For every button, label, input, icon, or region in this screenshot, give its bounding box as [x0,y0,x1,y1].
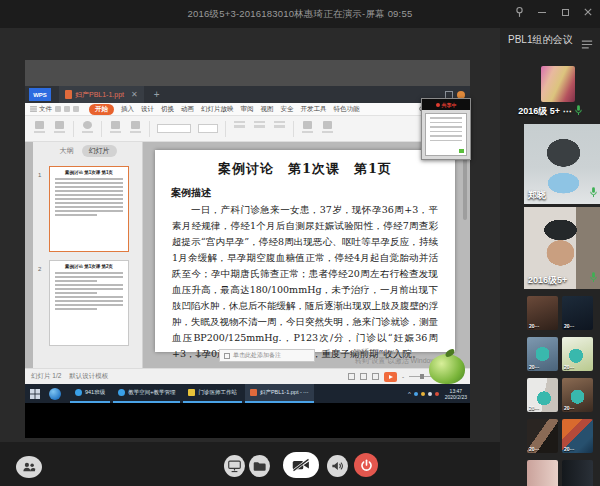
participant-tile[interactable]: 20⋯ [562,419,593,453]
participant-tile[interactable]: 20⋯ [562,296,593,330]
ribbon-tab-devtools[interactable]: 开发工具 [301,105,327,114]
tray-icon[interactable] [414,392,418,396]
preview-apple-dot [459,149,464,153]
file-menu[interactable]: 文件 [30,105,52,114]
normal-view-icon[interactable] [348,373,355,380]
letterbox [25,403,470,438]
taskbar-app-2[interactable]: 教学空间+教学管理 [113,384,180,403]
taskbar-apps: 941班级 教学空间+教学管理 门诊医师工作站 妇产PBL1-1.ppt - ⋯ [70,384,314,403]
slide-indicator: 幻灯片 1/2 [31,372,61,381]
notes-field[interactable]: 单击此处添加备注 [219,349,315,362]
document-tab[interactable]: 妇产PBL1-1.ppt ✕ [59,86,144,103]
ribbon-tab-features[interactable]: 特色功能 [334,105,360,114]
participant-tile[interactable] [562,460,593,486]
participant-tile[interactable]: 20⋯ [562,378,593,412]
alignment-group[interactable] [253,121,266,137]
cut-copy-button[interactable] [53,121,66,137]
participant-name: 20⋯ [529,405,540,411]
slide-thumbnail-2[interactable]: 案例讨论 第1次课 第2页 [49,260,129,346]
thumb-text-line [55,182,123,184]
zoom-out-button[interactable]: - [402,373,404,380]
redo-icon[interactable] [73,106,79,112]
meeting-control-bar [0,442,500,486]
toolbar-divider [293,121,294,137]
ribbon-tab-animation[interactable]: 动画 [181,105,194,114]
tray-expand-icon[interactable]: ^ [408,391,411,397]
participant-tile[interactable]: 20⋯ [527,419,558,453]
tray-icon[interactable] [421,392,425,396]
ribbon-tab-review[interactable]: 审阅 [241,105,254,114]
participant-list-icon[interactable] [581,35,593,53]
tab-close-icon[interactable]: ✕ [131,90,138,99]
start-button[interactable] [30,389,40,399]
windows-taskbar: 941班级 教学空间+教学管理 门诊医师工作站 妇产PBL1-1.ppt - ⋯… [25,384,470,403]
taskbar-app-1[interactable]: 941班级 [70,384,110,403]
template-name: 默认设计模板 [69,372,108,381]
ribbon-tab-slideshow[interactable]: 幻灯片放映 [201,105,234,114]
sorter-view-icon[interactable] [360,373,367,380]
minimize-button[interactable] [536,6,548,18]
new-slide-button[interactable] [109,121,122,137]
paste-button[interactable] [33,121,46,137]
taskbar-app-4[interactable]: 妇产PBL1-1.ppt - ⋯ [245,384,314,403]
canvas-scrollbar[interactable] [463,150,467,220]
play-slideshow-button[interactable] [384,372,397,382]
close-button[interactable] [582,6,594,18]
camera-off-button[interactable] [283,452,319,478]
participant-tile[interactable]: 20⋯ [562,337,593,371]
documents-button[interactable] [249,455,270,477]
wps-tab-bar: WPS 妇产PBL1-1.ppt ✕ + [25,86,470,103]
slide-page[interactable]: 案例讨论 第1次课 第1页 案例描述 一日，产科门诊急来一女患，37岁，现怀孕3… [155,150,455,352]
list-group[interactable] [273,121,286,137]
participant-tile[interactable] [527,460,558,486]
share-preview-window[interactable]: 共享中 [421,98,471,160]
slide-thumbnail-1[interactable]: 案例讨论 第1次课 第1页 [49,166,129,252]
taskbar-app-3[interactable]: 门诊医师工作站 [183,384,242,403]
participant-video-tile[interactable]: 郑晓 [524,124,600,204]
participant-video-tile[interactable]: 2016级5+ [524,207,600,289]
share-screen-button[interactable] [224,455,245,477]
slides-tab[interactable]: 幻灯片 [82,145,117,157]
ribbon-tab-transition[interactable]: 切换 [161,105,174,114]
new-tab-button[interactable]: + [154,89,160,100]
maximize-button[interactable] [559,6,571,18]
participant-avatar[interactable] [541,66,575,102]
reading-view-icon[interactable] [372,373,379,380]
ribbon-tab-insert[interactable]: 插入 [121,105,134,114]
add-slide-button[interactable]: + [195,349,201,361]
save-icon[interactable] [55,106,61,112]
layout-button[interactable] [129,121,142,137]
bold-italic-group[interactable] [233,121,246,137]
fill-button[interactable] [321,121,334,137]
thumb-text-line [55,198,123,200]
shape-button[interactable] [301,121,314,137]
members-button[interactable] [16,456,42,478]
ribbon-tab-design[interactable]: 设计 [141,105,154,114]
participant-row[interactable]: 2016级 5+ ⋯ [500,104,600,118]
ribbon-tab-security[interactable]: 安全 [281,105,294,114]
participant-tile[interactable]: 20⋯ [527,378,558,412]
font-size-dropdown[interactable] [198,124,218,133]
ribbon-tab-view[interactable]: 视图 [261,105,274,114]
tray-icon[interactable] [435,392,439,396]
tray-icon[interactable] [428,392,432,396]
taskbar-clock[interactable]: 13:47 2020/2/23 [445,388,467,400]
thumb-text-line [55,292,97,294]
wps-status-bar: 幻灯片 1/2 默认设计模板 - + 75% [25,368,470,384]
taskbar-app-label: 941班级 [85,389,105,396]
speaker-button[interactable] [327,455,348,477]
thumb-text-line [55,308,97,310]
leave-meeting-button[interactable] [354,453,378,477]
thumb-text-line [55,300,123,302]
participant-tile[interactable]: 20⋯ [527,337,558,371]
participant-tile[interactable]: 20⋯ [527,296,558,330]
font-name-dropdown[interactable] [157,124,191,133]
participant-name: 20⋯ [564,364,575,370]
undo-icon[interactable] [64,106,70,112]
outline-tab[interactable]: 大纲 [60,146,74,156]
ribbon-tab-home[interactable]: 开始 [89,104,114,115]
qq-icon[interactable] [49,388,61,400]
thumb-text-line [55,284,123,286]
pin-icon[interactable] [513,6,525,18]
slideshow-play-button[interactable] [81,121,94,137]
